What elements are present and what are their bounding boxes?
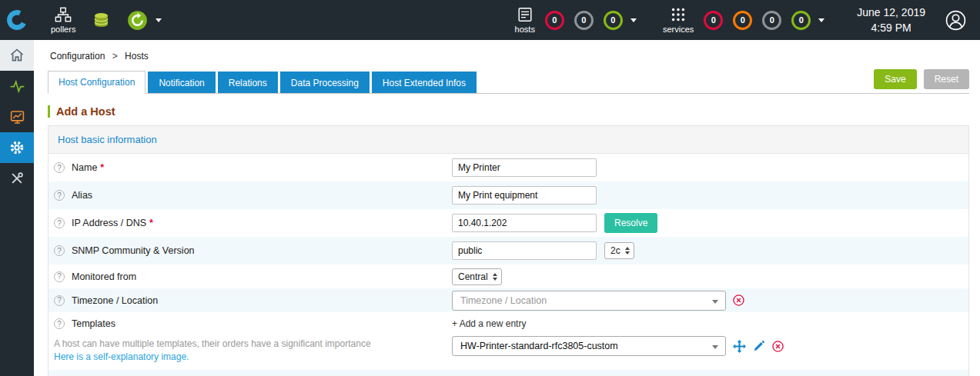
chevron-down-icon[interactable]: [630, 18, 637, 22]
services-menu[interactable]: services: [663, 6, 694, 34]
sidebar-item-reporting[interactable]: [0, 101, 34, 132]
help-icon[interactable]: ?: [54, 218, 65, 228]
template-edit-button[interactable]: [753, 340, 765, 352]
services-ok-badge[interactable]: 0: [791, 11, 811, 30]
form-row-ip: ? IP Address / DNS * Resolve: [48, 209, 968, 237]
tab-actions: Save Reset: [867, 69, 969, 93]
monitored-from-select[interactable]: Central: [452, 268, 502, 285]
pollers-menu[interactable]: pollers: [51, 6, 75, 34]
help-icon[interactable]: ?: [54, 295, 65, 306]
services-unknown-badge[interactable]: 0: [762, 11, 781, 30]
services-label: services: [663, 25, 694, 34]
services-critical-badge[interactable]: 0: [704, 11, 723, 30]
resolve-button[interactable]: Resolve: [604, 213, 657, 233]
required-marker: *: [149, 218, 153, 228]
heartbeat-icon: [9, 78, 25, 95]
breadcrumb: Configuration > Hosts: [34, 40, 980, 62]
snmp-community-input[interactable]: [452, 241, 597, 260]
hosts-down-badge[interactable]: 0: [545, 11, 564, 30]
reset-button[interactable]: Reset: [924, 69, 969, 89]
sidebar-item-home[interactable]: [0, 40, 34, 71]
timezone-label: Timezone / Location: [72, 295, 158, 306]
centreon-logo-icon: [6, 9, 28, 31]
home-icon: [9, 48, 25, 63]
select-arrows-icon: [625, 247, 630, 255]
status-ok-icon: [127, 10, 148, 31]
sidebar-item-administration[interactable]: [0, 163, 34, 194]
template-selected-value: HW-Printer-standard-rfc3805-custom: [460, 341, 618, 351]
breadcrumb-hosts[interactable]: Hosts: [125, 51, 149, 62]
templates-help-text: A host can have multiple templates, thei…: [54, 338, 452, 349]
host-form: Host basic information ? Name * ? Alias: [48, 125, 969, 376]
hosts-unreachable-badge[interactable]: 0: [574, 11, 594, 30]
timezone-select[interactable]: Timezone / Location: [452, 291, 726, 311]
top-bar: pollers: [0, 0, 980, 40]
template-select[interactable]: HW-Printer-standard-rfc3805-custom: [452, 336, 726, 356]
alias-label: Alias: [72, 190, 92, 201]
chevron-down-icon[interactable]: [156, 18, 162, 22]
form-row-monitored-from: ? Monitored from Central: [48, 265, 968, 288]
move-icon: [733, 340, 746, 353]
section-header-basic-info: Host basic information: [48, 126, 968, 154]
database-icon: [92, 12, 110, 29]
services-status-group: services 0 0 0 0: [663, 6, 824, 34]
current-time: 4:59 PM: [857, 20, 925, 35]
templates-label: Templates: [72, 318, 115, 329]
monitored-from-value: Central: [458, 271, 488, 282]
chevron-down-icon[interactable]: [818, 18, 824, 22]
app-screen: pollers: [0, 0, 980, 376]
tab-notification[interactable]: Notification: [148, 72, 215, 93]
platform-status-menu[interactable]: [127, 10, 148, 31]
hosts-status-group: hosts 0 0 0: [515, 6, 637, 34]
form-row-name: ? Name *: [48, 154, 968, 181]
help-icon[interactable]: ?: [54, 162, 65, 173]
template-move-handle[interactable]: [733, 340, 746, 353]
hosts-up-badge[interactable]: 0: [604, 11, 623, 30]
snmp-version-select[interactable]: 2c: [604, 242, 634, 259]
breadcrumb-separator: >: [112, 51, 118, 62]
help-icon[interactable]: ?: [54, 190, 65, 201]
chart-icon: [9, 109, 25, 125]
hosts-menu[interactable]: hosts: [515, 6, 535, 34]
services-icon: [670, 6, 687, 23]
hosts-icon: [517, 6, 533, 23]
help-icon[interactable]: ?: [54, 245, 65, 256]
tab-relations[interactable]: Relations: [218, 72, 278, 93]
timezone-delete-button[interactable]: [733, 294, 744, 306]
pollers-icon: [55, 6, 72, 23]
save-button[interactable]: Save: [874, 69, 916, 89]
ip-label: IP Address / DNS: [72, 218, 146, 228]
hosts-label: hosts: [515, 25, 535, 34]
add-template-entry-link[interactable]: + Add a new entry: [452, 318, 526, 329]
template-delete-button[interactable]: [772, 341, 784, 352]
page-title: Add a Host: [48, 105, 969, 118]
delete-circle-icon: [733, 294, 744, 306]
centreon-logo[interactable]: [0, 0, 34, 40]
required-marker: *: [100, 162, 104, 173]
alias-input[interactable]: [452, 186, 597, 205]
name-input[interactable]: [452, 158, 597, 177]
help-icon[interactable]: ?: [54, 271, 65, 282]
ip-input[interactable]: [452, 214, 597, 232]
sidebar-nav: [0, 40, 34, 376]
tab-host-configuration[interactable]: Host Configuration: [48, 71, 145, 94]
database-menu[interactable]: [92, 12, 110, 29]
pencil-icon: [753, 340, 765, 352]
tab-host-extended-infos[interactable]: Host Extended Infos: [372, 72, 477, 93]
user-profile-button[interactable]: [945, 10, 966, 31]
sidebar-item-monitoring[interactable]: [0, 71, 34, 101]
gear-icon: [8, 139, 25, 156]
tab-data-processing[interactable]: Data Processing: [280, 72, 370, 93]
snmp-label: SNMP Community & Version: [72, 245, 195, 256]
services-warning-badge[interactable]: 0: [733, 11, 752, 30]
sidebar-item-configuration[interactable]: [0, 132, 34, 163]
templates-help-link[interactable]: Here is a self-explanatory image.: [54, 351, 452, 362]
name-label: Name: [72, 162, 97, 173]
form-row-snmp: ? SNMP Community & Version 2c: [48, 237, 968, 265]
timezone-placeholder: Timezone / Location: [460, 295, 547, 306]
help-icon[interactable]: ?: [54, 318, 65, 329]
datetime-display: June 12, 2019 4:59 PM: [857, 5, 925, 36]
breadcrumb-configuration[interactable]: Configuration: [50, 51, 105, 62]
form-row-alias: ? Alias: [48, 181, 968, 209]
user-icon: [945, 10, 966, 31]
